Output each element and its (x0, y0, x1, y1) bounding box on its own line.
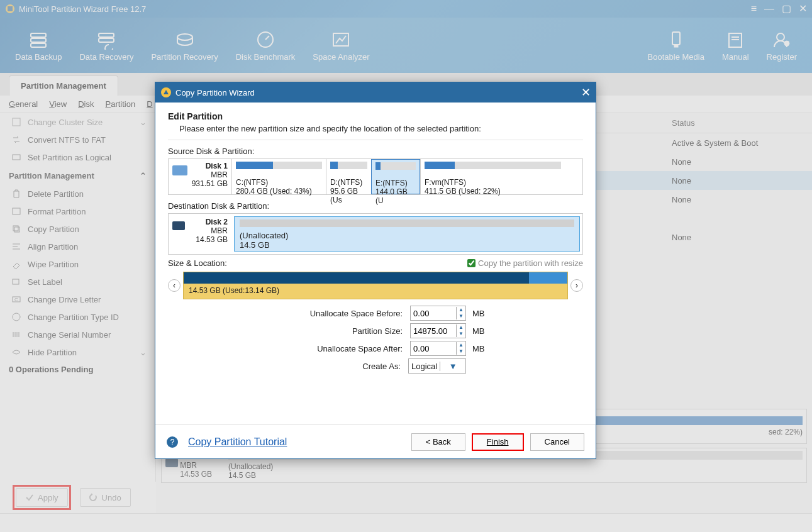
spin-up-icon[interactable]: ▲ (457, 324, 465, 331)
usb-disk-icon (172, 221, 185, 230)
source-partition[interactable]: C:(NTFS)280.4 GB (Used: 43%) (231, 159, 326, 194)
before-input[interactable]: ▲▼ (410, 306, 466, 321)
back-button[interactable]: < Back (411, 433, 465, 451)
after-label: Unallocate Space After: (205, 344, 406, 353)
size-input[interactable]: ▲▼ (410, 323, 466, 338)
chevron-down-icon[interactable]: ▼ (440, 362, 465, 371)
spin-down-icon[interactable]: ▼ (457, 313, 465, 319)
source-partition[interactable]: F:vm(NTFS)411.5 GB (Used: 22%) (420, 159, 565, 194)
spin-up-icon[interactable]: ▲ (457, 342, 465, 348)
help-icon[interactable]: ? (167, 436, 178, 448)
tutorial-link[interactable]: Copy Partition Tutorial (188, 436, 287, 448)
spin-down-icon[interactable]: ▼ (457, 348, 465, 355)
dialog-subtitle: Please enter the new partition size and … (179, 124, 583, 133)
size-location-label: Size & Location: (168, 258, 227, 268)
disk-icon (172, 165, 187, 175)
dialog-close-icon[interactable]: ✕ (581, 86, 591, 99)
spin-up-icon[interactable]: ▲ (457, 307, 465, 313)
copy-partition-wizard-dialog: Copy Partition Wizard ✕ Edit Partition P… (155, 82, 596, 459)
before-label: Unallocate Space Before: (205, 309, 406, 318)
cancel-button[interactable]: Cancel (530, 433, 584, 451)
dest-partition[interactable]: (Unallocated) 14.5 GB (234, 216, 580, 252)
resizer-left-icon[interactable]: ‹ (168, 279, 181, 292)
after-input[interactable]: ▲▼ (410, 341, 466, 356)
resizer-right-icon[interactable]: › (570, 279, 583, 292)
source-disk: Disk 1 MBR 931.51 GB C:(NTFS)280.4 GB (U… (168, 158, 583, 195)
spin-down-icon[interactable]: ▼ (457, 331, 465, 337)
size-label: Partition Size: (205, 326, 406, 336)
dialog-heading: Edit Partition (168, 111, 583, 121)
source-partition[interactable]: E:(NTFS)144.0 GB (U (371, 159, 420, 194)
dialog-titlebar: Copy Partition Wizard ✕ (155, 82, 596, 103)
dialog-footer: ? Copy Partition Tutorial < Back Finish … (155, 424, 596, 458)
source-label: Source Disk & Partition: (168, 147, 583, 156)
wizard-icon (160, 87, 172, 98)
source-partition[interactable]: D:(NTFS)95.6 GB (Us (326, 159, 371, 194)
create-as-select[interactable]: Logical ▼ (408, 358, 466, 374)
dest-disk: Disk 2 MBR 14.53 GB (Unallocated) 14.5 G… (168, 213, 583, 255)
resizer[interactable]: ‹ 14.53 GB (Used:13.14 GB) › (168, 272, 583, 299)
copy-resize-checkbox[interactable]: Copy the partition with resize (467, 258, 583, 268)
finish-button[interactable]: Finish (472, 433, 524, 451)
create-as-label: Create As: (203, 362, 404, 371)
resizer-bar[interactable]: 14.53 GB (Used:13.14 GB) (183, 272, 568, 299)
